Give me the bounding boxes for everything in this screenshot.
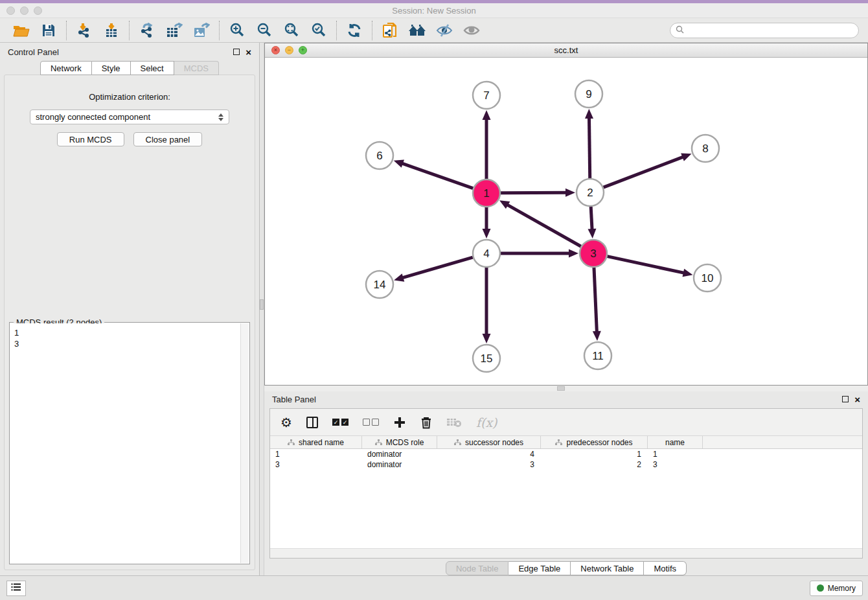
tab-style[interactable]: Style — [92, 61, 131, 75]
graph-node-label: 4 — [483, 248, 489, 260]
table-cell[interactable]: 1 — [648, 450, 703, 459]
zoom-selected-button[interactable] — [309, 21, 328, 40]
graph-edge-3-1[interactable] — [507, 205, 580, 247]
table-cell[interactable]: 2 — [541, 460, 648, 469]
table-settings-gear-icon[interactable]: ⚙ — [280, 415, 292, 430]
graph-edge-4-14[interactable] — [402, 257, 473, 278]
export-network-button[interactable] — [137, 21, 157, 40]
tab-mcds[interactable]: MCDS — [174, 61, 219, 75]
unselect-all-columns-icon[interactable] — [363, 419, 379, 426]
table-cell[interactable]: dominator — [362, 460, 437, 469]
close-panel-icon[interactable]: × — [246, 47, 251, 57]
fit-content-button[interactable] — [282, 21, 301, 40]
optimization-dropdown[interactable]: strongly connected component — [30, 110, 229, 124]
tab-edge-table[interactable]: Edge Table — [508, 561, 571, 575]
tab-network[interactable]: Network — [40, 61, 92, 75]
export-image-button[interactable] — [192, 21, 211, 40]
graph-edge-2-9[interactable] — [589, 117, 589, 178]
home-networks-icon[interactable] — [407, 21, 427, 40]
tab-motifs[interactable]: Motifs — [644, 561, 687, 575]
graph-edge-1-6[interactable] — [402, 163, 473, 189]
graph-node-2[interactable]: 2 — [577, 179, 604, 206]
select-all-columns-icon[interactable]: ✓✓ — [332, 419, 348, 426]
show-columns-icon[interactable] — [306, 417, 318, 428]
column-header-shared-name[interactable]: shared name — [270, 436, 362, 448]
panel-split-divider[interactable] — [259, 43, 264, 575]
graph-edge-arrowhead — [565, 189, 575, 197]
task-history-button[interactable] — [6, 581, 26, 596]
graph-edge-3-10[interactable] — [608, 257, 685, 273]
graph-edge-3-11[interactable] — [594, 268, 597, 332]
table-cell[interactable]: 3 — [437, 460, 541, 469]
table-cell[interactable]: 1 — [541, 450, 648, 459]
graph-node-8[interactable]: 8 — [692, 135, 719, 162]
zoom-out-button[interactable] — [255, 21, 274, 40]
zoom-out-icon — [257, 23, 272, 38]
table-cell[interactable]: 1 — [270, 450, 362, 459]
graph-node-4[interactable]: 4 — [473, 240, 500, 267]
network-graph[interactable]: 7968124314101511 — [265, 58, 867, 386]
run-mcds-button[interactable]: Run MCDS — [57, 132, 124, 146]
import-network-button[interactable] — [74, 21, 94, 40]
result-scrollbar[interactable] — [240, 323, 249, 563]
graph-node-1[interactable]: 1 — [473, 179, 500, 207]
show-eye-icon[interactable] — [462, 21, 481, 40]
control-panel-title: Control Panel — [8, 47, 59, 57]
horizontal-split-strip[interactable] — [264, 386, 868, 391]
column-header-predecessor-nodes[interactable]: predecessor nodes — [541, 436, 648, 448]
float-panel-icon[interactable] — [233, 49, 240, 55]
graph-node-15[interactable]: 15 — [473, 345, 500, 372]
function-builder-icon[interactable]: f(x) — [476, 415, 497, 430]
delete-table-icon[interactable] — [446, 417, 462, 428]
graph-edge-2-8[interactable] — [604, 157, 684, 187]
network-canvas[interactable]: 7968124314101511 — [265, 58, 867, 385]
graph-node-14[interactable]: 14 — [366, 271, 393, 298]
clone-network-button[interactable] — [380, 21, 400, 40]
dropdown-stepper-icon — [218, 113, 223, 121]
mcds-result-list[interactable]: 1 3 — [10, 323, 240, 563]
column-header-label: successor nodes — [465, 438, 523, 447]
graph-edge-2-3[interactable] — [591, 207, 592, 230]
tab-node-table[interactable]: Node Table — [446, 561, 509, 575]
horizontal-divider-handle[interactable] — [557, 386, 565, 391]
search-field[interactable] — [670, 23, 859, 38]
graph-edge-1-2[interactable] — [501, 192, 567, 193]
add-column-icon[interactable] — [393, 416, 406, 429]
graph-node-7[interactable]: 7 — [473, 82, 500, 109]
graph-node-3[interactable]: 3 — [580, 240, 607, 267]
table-cell[interactable]: 3 — [270, 460, 362, 469]
tab-network-table[interactable]: Network Table — [571, 561, 644, 575]
table-bottom-scroll-strip[interactable] — [270, 548, 862, 558]
divider-handle[interactable] — [260, 299, 264, 310]
network-view-frame: × − + scc.txt 7968124314101511 — [264, 43, 868, 386]
export-table-button[interactable] — [165, 21, 184, 40]
memory-button[interactable]: Memory — [810, 581, 863, 596]
table-rows: 1dominator4113dominator323 — [270, 449, 862, 548]
close-table-panel-icon[interactable]: × — [854, 395, 860, 404]
graph-node-11[interactable]: 11 — [584, 342, 611, 369]
zoom-in-button[interactable] — [227, 21, 247, 40]
table-row[interactable]: 1dominator411 — [270, 449, 862, 459]
graph-edge-arrowhead — [593, 331, 601, 341]
hide-eye-icon[interactable] — [435, 21, 454, 40]
column-header-name[interactable]: name — [648, 436, 703, 448]
table-cell[interactable]: 4 — [437, 450, 541, 459]
column-header-MCDS-role[interactable]: MCDS role — [362, 436, 437, 448]
save-session-button[interactable] — [39, 21, 58, 40]
column-header-successor-nodes[interactable]: successor nodes — [437, 436, 541, 448]
search-input[interactable] — [687, 26, 853, 35]
refresh-button[interactable] — [345, 21, 364, 40]
float-table-panel-icon[interactable] — [842, 396, 849, 402]
table-row[interactable]: 3dominator323 — [270, 459, 862, 470]
open-session-button[interactable] — [12, 21, 31, 40]
tab-select[interactable]: Select — [131, 61, 174, 75]
import-table-button[interactable] — [102, 21, 121, 40]
close-panel-button[interactable]: Close panel — [133, 132, 203, 146]
table-cell[interactable]: dominator — [362, 450, 437, 459]
graph-node-6[interactable]: 6 — [366, 142, 393, 169]
table-cell[interactable]: 3 — [648, 460, 703, 469]
clone-network-icon — [382, 22, 398, 39]
delete-column-trash-icon[interactable] — [420, 416, 432, 429]
graph-node-9[interactable]: 9 — [575, 80, 602, 108]
graph-node-10[interactable]: 10 — [694, 264, 721, 292]
